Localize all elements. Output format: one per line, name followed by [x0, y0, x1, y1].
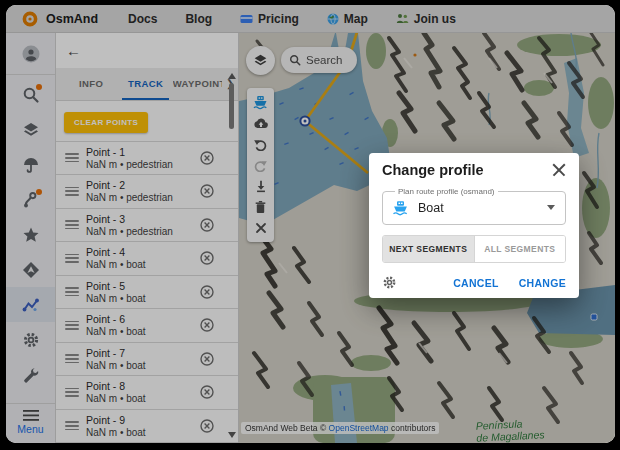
profile-selected-value: Boat — [418, 201, 539, 215]
dialog-title: Change profile — [382, 162, 484, 178]
dropdown-caret-icon — [547, 205, 555, 210]
profile-settings-gear-icon[interactable] — [382, 275, 397, 290]
app-window: OsmAnd Docs Blog Pricing Map Join us — [6, 5, 615, 443]
dialog-close-icon[interactable] — [552, 163, 566, 177]
boat-icon — [391, 199, 410, 216]
change-button[interactable]: CHANGE — [519, 277, 566, 289]
segments-toggle: NEXT SEGMENTS ALL SEGMENTS — [382, 235, 566, 263]
next-segments-button[interactable]: NEXT SEGMENTS — [383, 236, 474, 262]
profile-select[interactable]: Plan route profile (osmand) Boat — [382, 187, 566, 225]
change-profile-dialog: Change profile Plan route profile (osman… — [369, 153, 579, 298]
profile-select-label: Plan route profile (osmand) — [395, 187, 498, 196]
cancel-button[interactable]: CANCEL — [453, 277, 499, 289]
all-segments-button[interactable]: ALL SEGMENTS — [474, 236, 566, 262]
